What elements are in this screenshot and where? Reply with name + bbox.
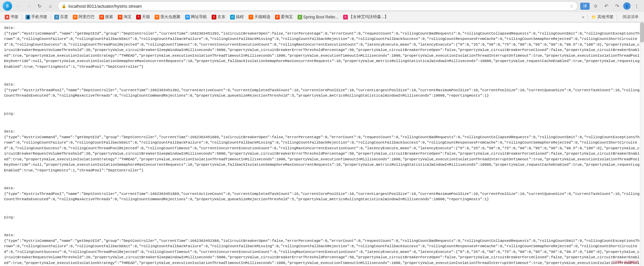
back-button[interactable]: ← [13, 1, 23, 11]
browser-actions: 译 ⛭ ↶ ↷ 👤 ⋮ [580, 1, 641, 11]
mobile-bookmark-icon: 📱 [25, 15, 30, 19]
taobao-label: 淘宝 [123, 14, 131, 20]
bookmark-sep-reading [617, 14, 617, 20]
nvsheng-icon: 女 [343, 15, 348, 19]
tmall-icon: 天 [136, 15, 141, 19]
translate-button[interactable]: 译 [580, 3, 590, 10]
bookmark-cainiao[interactable]: 搞 搞程 [228, 13, 246, 20]
bookmark-sep-final [588, 14, 588, 20]
spring-label: Spring Boot Refer... [303, 15, 338, 19]
taobao-icon: 淘 [118, 15, 122, 19]
search-bookmark-label: 搜索 [105, 14, 113, 20]
bookmark-taobao[interactable]: 淘 淘宝 [116, 13, 133, 20]
bookmarks-label: 书签 [10, 14, 18, 20]
urlnav-icon: 网 [185, 15, 190, 19]
other-bookmarks-icon: 📁 [591, 15, 596, 19]
baidu-label: 百度 [60, 14, 68, 20]
bookmark-urlnav[interactable]: 网 网址导航 [183, 13, 209, 20]
star-icon[interactable]: ☆ [570, 3, 574, 9]
bookmark-huochong[interactable]: 萤 萤火虫惠聚 [153, 13, 182, 20]
aitaobao-icon: 爱 [275, 15, 280, 19]
aitaobao-label: 爱淘宝 [281, 14, 293, 20]
bookmark-aitaobao[interactable]: 爱 爱淘宝 [273, 13, 295, 20]
other-bookmarks-label: 其他书签 [597, 14, 613, 20]
address-bar-container: 🔒 ☆ [58, 1, 578, 11]
browser-logo: S [3, 1, 12, 11]
bookmark-sep-2 [51, 14, 51, 20]
bookmark-baidu[interactable]: 百 百度 [52, 13, 70, 20]
browser-titlebar: S ← → ↻ ⌂ 🔒 ☆ 译 ⛭ ↶ ↷ 👤 ⋮ [0, 0, 644, 12]
scrollbar[interactable] [640, 22, 644, 266]
alibaba-icon: 阿 [73, 15, 77, 19]
address-bar-input[interactable] [68, 4, 568, 9]
urlnav-label: 网址导航 [191, 14, 207, 20]
home-button[interactable]: ⌂ [46, 1, 55, 11]
page-content[interactable]: data: {"type":"HystrixCommand","name":"g… [0, 22, 644, 266]
reading-mode-button[interactable]: 阅读清单 [620, 13, 641, 20]
huochong-icon: 萤 [155, 15, 159, 19]
bookmark-sep-1 [22, 14, 22, 20]
refresh-button[interactable]: ↻ [35, 1, 44, 11]
huochong-label: 萤火虫惠聚 [160, 14, 180, 20]
cainiao-icon: 搞 [230, 15, 235, 19]
jd-icon: 京 [212, 15, 216, 19]
more-bookmarks-button[interactable]: » [580, 14, 586, 20]
bookmark-search[interactable]: 搜 搜索 [97, 13, 115, 20]
cainiao-label: 搞程 [236, 14, 244, 20]
spring-icon: S [298, 15, 302, 19]
user-avatar[interactable]: 👤 [623, 2, 631, 10]
bookmark-nvsheng[interactable]: 女 【女神艾玛沃特森...】 [341, 13, 390, 20]
bookmark-spring[interactable]: S Spring Boot Refer... [296, 14, 340, 20]
bookmark-tianmao[interactable]: T 天猫精选 [247, 13, 272, 20]
lock-icon: 🔒 [61, 4, 66, 8]
tianmao-icon: T [249, 15, 253, 19]
tmall-label: 天猫 [142, 14, 150, 20]
baidu-icon: 百 [54, 15, 59, 19]
jd-label: 京东 [217, 14, 225, 20]
nvsheng-label: 【女神艾玛沃特森...】 [349, 14, 388, 20]
history-forward-icon[interactable]: ↷ [612, 1, 622, 11]
forward-button[interactable]: → [24, 1, 34, 11]
history-back-icon[interactable]: ↶ [602, 1, 611, 11]
bookmark-tmall[interactable]: 天 天猫 [134, 13, 152, 20]
bookmark-jd[interactable]: 京 京东 [210, 13, 227, 20]
browser-chrome: S ← → ↻ ⌂ 🔒 ☆ 译 ⛭ ↶ ↷ 👤 ⋮ ★ 书签 [0, 0, 644, 22]
settings-icon[interactable]: ⛭ [591, 1, 600, 11]
bookmark-alibaba[interactable]: 阿 阿里巴巴 [71, 13, 97, 20]
stream-data: data: {"type":"HystrixCommand","name":"g… [4, 25, 640, 266]
bookmark-mobile[interactable]: 📱 手机书签 [23, 13, 49, 20]
other-bookmarks[interactable]: 📁 其他书签 [589, 13, 615, 20]
bookmarks-icon: ★ [5, 15, 9, 19]
menu-icon[interactable]: ⋮ [632, 1, 641, 11]
search-bookmark-icon: 搜 [99, 15, 104, 19]
alibaba-label: 阿里巴巴 [78, 14, 95, 20]
bookmarks-bar: ★ 书签 📱 手机书签 百 百度 阿 阿里巴巴 搜 搜索 淘 淘宝 天 天猫 [0, 12, 644, 22]
tianmao-label: 天猫精选 [254, 14, 270, 20]
mobile-bookmark-label: 手机书签 [31, 14, 47, 20]
scroll-thumb[interactable] [640, 22, 644, 43]
bookmarks-manager[interactable]: ★ 书签 [3, 13, 20, 20]
watermark: CSDN @初能弦 [612, 260, 639, 265]
